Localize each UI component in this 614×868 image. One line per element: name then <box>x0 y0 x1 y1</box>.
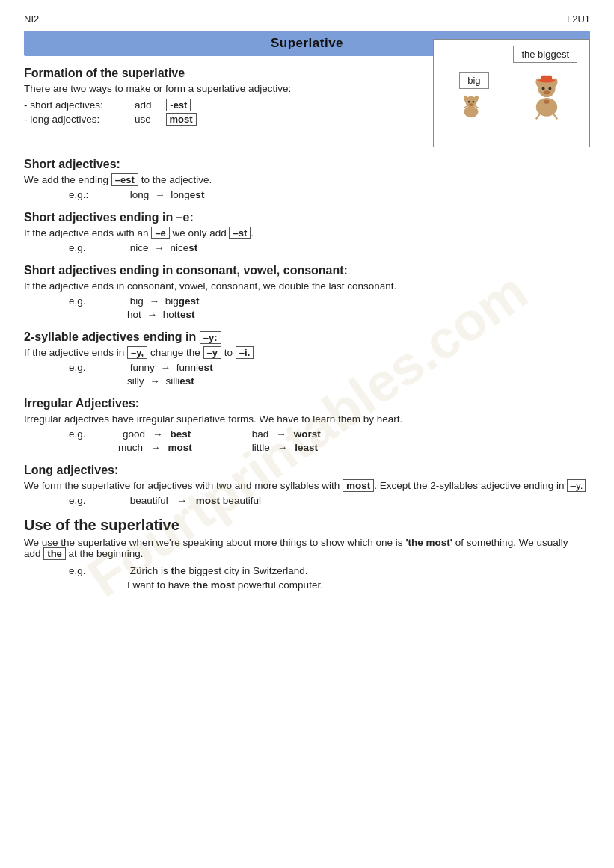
two-syl-hy2: –y <box>203 346 221 359</box>
formation-section: Formation of the superlative There are t… <box>24 67 590 147</box>
svg-point-6 <box>469 103 473 106</box>
long-adj-intro: We form the superlative for adjectives w… <box>24 480 590 491</box>
irregular-intro: Irregular adjectives have irregular supe… <box>24 413 590 425</box>
dogs-row: big <box>440 72 583 120</box>
short-adj-e-section: Short adjectives ending in –e: If the ad… <box>24 211 590 253</box>
use-heading: Use of the superlative <box>24 517 590 534</box>
irregular-bad: bad → worst <box>252 428 321 440</box>
short-adj-e-example: e.g. nice → nicest <box>69 242 590 253</box>
short-adj-cvc-heading: Short adjectives ending in consonant, vo… <box>24 264 590 277</box>
short-e-highlight1: –e <box>151 227 169 239</box>
svg-point-13 <box>541 87 544 90</box>
use-examples: e.g. Zürich is the biggest city in Switz… <box>69 565 590 591</box>
two-syl-hy1: –y, <box>127 346 147 359</box>
short-adj-example: e.g.: long → longest <box>69 189 590 200</box>
svg-point-15 <box>543 90 550 94</box>
svg-line-18 <box>536 114 540 119</box>
short-adj-cvc-section: Short adjectives ending in consonant, vo… <box>24 264 590 320</box>
code-left: NI2 <box>24 13 39 25</box>
bullet-long-action: use <box>135 114 151 125</box>
long-adj-y: –y. <box>567 479 586 492</box>
two-syllable-examples: e.g. funny → funniest silly → silliest <box>69 362 590 387</box>
bullet-short-label: - short adjectives: <box>24 99 129 111</box>
irregular-left: e.g. good → best much → most <box>69 428 192 453</box>
use-example-1: e.g. Zürich is the biggest city in Switz… <box>69 565 590 576</box>
short-adj-section: Short adjectives: We add the ending –est… <box>24 158 590 200</box>
cvc-example-1: e.g. big → biggest <box>69 295 590 307</box>
svg-rect-17 <box>541 76 552 81</box>
use-section: Use of the superlative We use the superl… <box>24 517 590 591</box>
page-title: Superlative <box>271 36 343 50</box>
two-syl-example-2: silly → silliest <box>127 375 590 387</box>
short-adj-highlight: –est <box>111 173 138 186</box>
short-adj-heading: Short adjectives: <box>24 158 590 171</box>
bullet-long: - long adjectives: use most <box>24 113 420 126</box>
long-adj-example: e.g. beautiful → most beautiful <box>69 495 590 506</box>
bullet-long-label: - long adjectives: <box>24 114 129 125</box>
irregular-heading: Irregular Adjectives: <box>24 397 590 410</box>
bullet-short-action: add <box>135 99 152 111</box>
biggest-label: the biggest <box>513 46 577 63</box>
top-bar: NI2 L2U1 <box>24 13 590 25</box>
short-adj-cvc-examples: e.g. big → biggest hot → hottest <box>69 295 590 320</box>
comparison-image-box: the biggest big <box>433 39 590 147</box>
svg-point-4 <box>468 101 470 103</box>
irregular-right: bad → worst little → least <box>252 428 321 453</box>
irregular-much: much → most <box>118 442 192 453</box>
short-adj-intro: We add the ending –est to the adjective. <box>24 174 590 185</box>
svg-line-19 <box>553 114 557 119</box>
long-adj-section: Long adjectives: We form the superlative… <box>24 464 590 506</box>
short-adj-cvc-intro: If the adjective ends in consonant, vowe… <box>24 280 590 292</box>
long-highlight: most <box>166 113 197 126</box>
short-adj-e-heading: Short adjectives ending in –e: <box>24 211 590 224</box>
big-label: big <box>459 72 488 89</box>
cvc-example-2: hot → hottest <box>127 309 590 320</box>
two-syl-highlight: –y: <box>200 331 221 344</box>
irregular-little: little → least <box>252 442 321 453</box>
use-the-box: the <box>43 547 66 560</box>
bullet-short: - short adjectives: add -est <box>24 99 420 111</box>
svg-point-5 <box>472 101 474 103</box>
long-adj-heading: Long adjectives: <box>24 464 590 477</box>
irregular-examples: e.g. good → best much → most bad → worst… <box>69 428 590 453</box>
small-dog-icon <box>457 92 485 120</box>
svg-point-14 <box>548 87 551 90</box>
svg-point-20 <box>544 100 549 104</box>
short-highlight: -est <box>166 99 191 111</box>
two-syllable-intro: If the adjective ends in –y, change the … <box>24 347 590 358</box>
use-intro: We use the superlative when we're speaki… <box>24 537 590 559</box>
large-dog-icon <box>524 74 570 120</box>
svg-point-0 <box>464 106 478 117</box>
two-syl-hy3: –i. <box>236 346 254 359</box>
irregular-eg-label: e.g. good → best <box>69 428 192 440</box>
code-right: L2U1 <box>567 13 590 25</box>
use-example-2: I want to have the most powerful compute… <box>127 579 590 591</box>
short-e-highlight2: –st <box>229 227 251 239</box>
two-syllable-heading: 2-syllable adjectives ending in –y: <box>24 330 590 344</box>
two-syl-example-1: e.g. funny → funniest <box>69 362 590 373</box>
irregular-section: Irregular Adjectives: Irregular adjectiv… <box>24 397 590 453</box>
two-syllable-section: 2-syllable adjectives ending in –y: If t… <box>24 330 590 387</box>
short-adj-e-intro: If the adjective ends with an –e we only… <box>24 227 590 238</box>
long-adj-most: most <box>343 479 374 492</box>
